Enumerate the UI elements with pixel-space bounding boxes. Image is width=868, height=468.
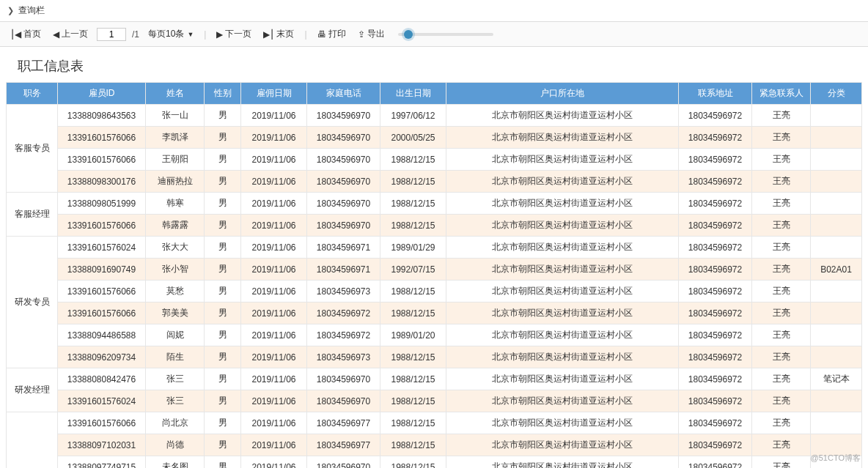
table-row[interactable]: 13391601576066王朝阳男2019/11/06180345969701… (7, 149, 862, 171)
table-cell: 13388098051999 (58, 193, 146, 215)
table-cell: 18034596970 (307, 390, 380, 412)
table-row[interactable]: 财务专员13391601576066尚北京男2019/11/0618034596… (7, 412, 862, 434)
next-page-icon: ▶ (216, 29, 223, 40)
table-header-cell: 职务 (7, 83, 58, 105)
table-cell: 1988/12/15 (380, 434, 446, 456)
table-cell: 尚北京 (146, 412, 205, 434)
table-cell: 18034596972 (679, 324, 752, 346)
toolbar: ⎮◀ 首页 ◀ 上一页 /1 每页10条 ▼ | ▶ 下一页 ▶⎮ 末页 | 🖶… (0, 22, 868, 47)
table-row[interactable]: 客服专员13388098643563张一山男2019/11/0618034596… (7, 105, 862, 127)
table-row[interactable]: 客服经理13388098051999韩寒男2019/11/06180345969… (7, 193, 862, 215)
per-page-dropdown[interactable]: 每页10条 ▼ (145, 26, 196, 42)
table-cell: 张三 (146, 368, 205, 390)
first-page-icon: ⎮◀ (10, 29, 21, 40)
table-cell: 1988/12/15 (380, 412, 446, 434)
table-cell: 18034596972 (679, 434, 752, 456)
table-cell: 王亮 (752, 346, 811, 368)
table-cell: 13391601576066 (58, 149, 146, 171)
table-cell (811, 324, 862, 346)
table-cell (811, 149, 862, 171)
table-cell: 王亮 (752, 215, 811, 237)
table-row[interactable]: 13391601576066莫愁男2019/11/061803459697319… (7, 281, 862, 302)
table-cell (811, 127, 862, 149)
table-cell: 笔记本 (811, 368, 862, 390)
first-page-button[interactable]: ⎮◀ 首页 (7, 26, 44, 42)
table-cell: 2019/11/06 (241, 105, 307, 127)
page-number-input[interactable] (97, 28, 126, 41)
table-row[interactable]: 13388098300176迪丽热拉男2019/11/0618034596970… (7, 171, 862, 193)
last-page-label: 末页 (276, 28, 294, 40)
employee-table: 职务雇员ID姓名性别雇佣日期家庭电话出生日期户口所在地联系地址紧急联系人分类 客… (6, 82, 862, 468)
role-cell: 研发专员 (7, 237, 58, 368)
table-row[interactable]: 13388096209734陌生男2019/11/061803459697319… (7, 346, 862, 368)
zoom-slider[interactable] (398, 33, 493, 36)
table-cell: 18034596972 (307, 302, 380, 324)
export-button[interactable]: ⇪ 导出 (355, 26, 388, 42)
query-bar[interactable]: ❯ 查询栏 (0, 0, 868, 22)
table-cell: 男 (205, 237, 241, 259)
table-cell: 北京市朝阳区奥运村街道亚运村小区 (446, 281, 679, 302)
table-cell: 张一山 (146, 105, 205, 127)
table-cell: 男 (205, 171, 241, 193)
table-cell: 北京市朝阳区奥运村街道亚运村小区 (446, 412, 679, 434)
table-row[interactable]: 13388094486588闾妮男2019/11/061803459697219… (7, 324, 862, 346)
table-cell: 王亮 (752, 193, 811, 215)
table-cell: 北京市朝阳区奥运村街道亚运村小区 (446, 237, 679, 259)
table-cell: 18034596972 (679, 127, 752, 149)
table-cell (811, 302, 862, 324)
table-cell: 北京市朝阳区奥运村街道亚运村小区 (446, 302, 679, 324)
last-page-icon: ▶⎮ (263, 29, 274, 40)
table-cell: 18034596970 (307, 456, 380, 469)
table-cell: 王亮 (752, 412, 811, 434)
table-cell: 王朝阳 (146, 149, 205, 171)
table-cell: 北京市朝阳区奥运村街道亚运村小区 (446, 434, 679, 456)
last-page-button[interactable]: ▶⎮ 末页 (260, 26, 297, 42)
table-cell: 18034596972 (679, 105, 752, 127)
table-cell: 北京市朝阳区奥运村街道亚运村小区 (446, 193, 679, 215)
table-cell: 13388098300176 (58, 171, 146, 193)
table-cell: 王亮 (752, 368, 811, 390)
table-cell: 13388098643563 (58, 105, 146, 127)
table-row[interactable]: 13388091690749张小智男2019/11/06180345969711… (7, 259, 862, 281)
table-cell: 张三 (146, 390, 205, 412)
table-cell: 王亮 (752, 324, 811, 346)
table-cell: 1988/12/15 (380, 171, 446, 193)
table-header-cell: 雇员ID (58, 83, 146, 105)
table-cell: 1988/12/15 (380, 346, 446, 368)
table-cell: 18034596972 (679, 259, 752, 281)
table-cell: 2000/05/25 (380, 127, 446, 149)
table-cell: 陌生 (146, 346, 205, 368)
table-cell: 2019/11/06 (241, 456, 307, 469)
table-cell: 13391601576066 (58, 302, 146, 324)
table-row[interactable]: 研发专员13391601576024张大大男2019/11/0618034596… (7, 237, 862, 259)
slider-knob[interactable] (404, 30, 413, 39)
table-header-cell: 性别 (205, 83, 241, 105)
next-page-button[interactable]: ▶ 下一页 (213, 26, 254, 42)
table-cell: 北京市朝阳区奥运村街道亚运村小区 (446, 368, 679, 390)
table-cell: 18034596970 (307, 193, 380, 215)
table-cell: 13388080842476 (58, 368, 146, 390)
table-cell: 18034596972 (679, 281, 752, 302)
table-row[interactable]: 13391601576024张三男2019/11/061803459697019… (7, 390, 862, 412)
table-cell: 13388096209734 (58, 346, 146, 368)
export-icon: ⇪ (358, 29, 365, 40)
table-cell: 郭美美 (146, 302, 205, 324)
prev-page-label: 上一页 (62, 28, 88, 40)
table-row[interactable]: 13391601576066李凯泽男2019/11/06180345969702… (7, 127, 862, 149)
table-cell: 18034596971 (307, 259, 380, 281)
table-cell: 18034596972 (679, 368, 752, 390)
table-row[interactable]: 13391601576066郭美美男2019/11/06180345969721… (7, 302, 862, 324)
table-row[interactable]: 13388097102031尚德男2019/11/061803459697719… (7, 434, 862, 456)
table-cell: 1997/06/12 (380, 105, 446, 127)
table-cell: 13388097102031 (58, 434, 146, 456)
table-cell: 2019/11/06 (241, 302, 307, 324)
table-cell: 王亮 (752, 127, 811, 149)
table-cell: 18034596970 (307, 368, 380, 390)
table-row[interactable]: 13388097749715未名图男2019/11/06180345969701… (7, 456, 862, 469)
table-row[interactable]: 13391601576066韩露露男2019/11/06180345969701… (7, 215, 862, 237)
table-row[interactable]: 研发经理13388080842476张三男2019/11/06180345969… (7, 368, 862, 390)
prev-page-button[interactable]: ◀ 上一页 (50, 26, 91, 42)
table-cell: 莫愁 (146, 281, 205, 302)
print-button[interactable]: 🖶 打印 (315, 26, 349, 42)
table-cell: 男 (205, 281, 241, 302)
